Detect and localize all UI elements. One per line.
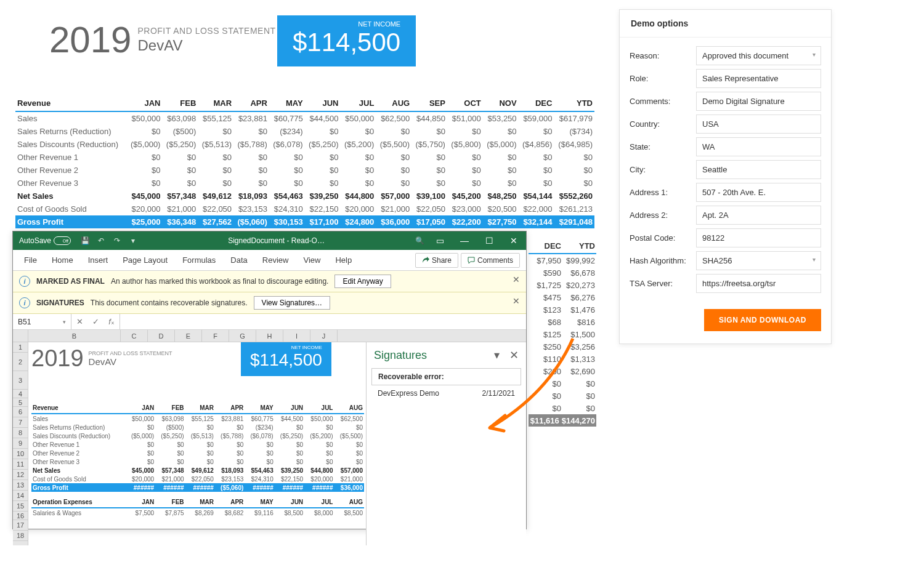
row-header[interactable]: 2 bbox=[13, 353, 28, 371]
field-input[interactable]: USA bbox=[696, 114, 821, 134]
share-button[interactable]: Share bbox=[415, 253, 458, 268]
excel-window: AutoSave Off 💾 ↶ ↷ ▾ SignedDocument - Re… bbox=[12, 231, 527, 529]
report-header: 2019 PROFIT AND LOSS STATEMENT DevAV bbox=[49, 18, 276, 61]
search-icon[interactable]: 🔍 bbox=[415, 235, 424, 246]
row-header[interactable]: 3 bbox=[13, 371, 28, 390]
close-bar-icon[interactable]: ✕ bbox=[513, 296, 520, 306]
demo-field-row: Country:USA bbox=[630, 114, 821, 134]
cancel-icon[interactable]: ✕ bbox=[71, 314, 87, 329]
ribbon-tab[interactable]: Review bbox=[255, 250, 296, 271]
row-header[interactable]: 17 bbox=[13, 520, 28, 531]
field-input[interactable]: Demo Digital Signature bbox=[696, 92, 821, 111]
ribbon-tab[interactable]: Home bbox=[44, 250, 81, 271]
row-header[interactable]: 5 bbox=[13, 398, 28, 407]
field-input[interactable]: Seattle bbox=[696, 160, 821, 179]
ribbon-tab[interactable]: File bbox=[17, 250, 44, 271]
ribbon-tab[interactable]: Page Layout bbox=[115, 250, 175, 271]
redo-icon[interactable]: ↷ bbox=[112, 235, 122, 246]
name-box[interactable]: B51▾ bbox=[13, 314, 71, 329]
row-header[interactable]: 7 bbox=[13, 417, 28, 428]
view-signatures-button[interactable]: View Signatures… bbox=[254, 296, 331, 310]
demo-field-row: Address 2:Apt. 2A bbox=[630, 206, 821, 225]
column-header[interactable]: E bbox=[175, 330, 202, 342]
ribbon-tab[interactable]: Formulas bbox=[175, 250, 223, 271]
field-input[interactable]: SHA256 bbox=[696, 251, 821, 270]
formula-bar: B51▾ ✕ ✓ fₓ bbox=[13, 314, 526, 330]
demo-field-row: City:Seattle bbox=[630, 160, 821, 179]
table-row: Cost of Goods Sold$20,000$21,000$22,050$… bbox=[15, 203, 594, 215]
autosave-toggle[interactable]: Off bbox=[54, 236, 71, 245]
excel-titlebar: AutoSave Off 💾 ↶ ↷ ▾ SignedDocument - Re… bbox=[13, 231, 526, 250]
field-label: City: bbox=[630, 165, 696, 174]
row-header[interactable]: 11 bbox=[13, 459, 28, 470]
row-header[interactable]: 9 bbox=[13, 438, 28, 449]
row-header[interactable]: 12 bbox=[13, 470, 28, 480]
demo-field-row: State:WA bbox=[630, 137, 821, 156]
ribbon-tab[interactable]: Data bbox=[223, 250, 254, 271]
close-icon[interactable]: ✕ bbox=[501, 231, 526, 250]
row-header[interactable]: 16 bbox=[13, 512, 28, 520]
fx-icon[interactable]: fₓ bbox=[103, 314, 120, 329]
field-input[interactable]: WA bbox=[696, 137, 821, 156]
column-headers: BCDEFGHIJ bbox=[28, 330, 526, 342]
demo-options-title: Demo options bbox=[620, 10, 831, 38]
table-row: Other Revenue 3$0$0$0$0$0$0$0$0$0$0$0$0$… bbox=[15, 177, 594, 190]
save-icon[interactable]: 💾 bbox=[80, 235, 90, 246]
qat-dropdown-icon[interactable]: ▾ bbox=[128, 235, 138, 246]
field-input[interactable]: 507 - 20th Ave. E. bbox=[696, 183, 821, 202]
field-input[interactable]: https://freetsa.org/tsr bbox=[696, 274, 821, 293]
row-headers: 123456789101112131415161718 bbox=[13, 342, 28, 545]
row-header[interactable]: 8 bbox=[13, 428, 28, 438]
pane-close-icon[interactable]: ✕ bbox=[509, 348, 519, 362]
undo-icon[interactable]: ↶ bbox=[96, 235, 106, 246]
minimize-icon[interactable]: — bbox=[452, 231, 477, 250]
sheet-revenue-table: RevenueJANFEBMARAPRMAYJUNJULAUGSales$50,… bbox=[31, 403, 364, 517]
ribbon-tab[interactable]: Insert bbox=[81, 250, 116, 271]
field-input[interactable]: Apt. 2A bbox=[696, 206, 821, 225]
table-row: Sales Discounts (Reduction)($5,000)($5,2… bbox=[15, 138, 594, 151]
row-header[interactable]: 14 bbox=[13, 491, 28, 501]
autosave-control[interactable]: AutoSave Off bbox=[13, 236, 77, 245]
column-header[interactable]: I bbox=[283, 330, 310, 342]
field-input[interactable]: 98122 bbox=[696, 228, 821, 247]
edit-anyway-button[interactable]: Edit Anyway bbox=[334, 275, 391, 288]
demo-field-row: Address 1:507 - 20th Ave. E. bbox=[630, 183, 821, 202]
comments-button[interactable]: Comments bbox=[461, 253, 520, 268]
select-all-corner[interactable] bbox=[13, 330, 28, 342]
demo-options-body: Reason:Approved this documentRole:Sales … bbox=[620, 38, 831, 343]
row-header[interactable]: 15 bbox=[13, 501, 28, 512]
row-header[interactable]: 13 bbox=[13, 480, 28, 491]
row-header[interactable]: 10 bbox=[13, 449, 28, 459]
sheet-content[interactable]: 2019 PROFIT AND LOSS STATEMENT DevAV NET… bbox=[28, 342, 366, 545]
signature-entry[interactable]: DevExpress Demo 2/11/2021 bbox=[367, 385, 526, 401]
column-header[interactable]: F bbox=[202, 330, 229, 342]
ribbon-display-icon[interactable]: ▭ bbox=[428, 231, 452, 250]
sheet-net-income-box: NET INCOME $114,500 bbox=[241, 342, 331, 376]
net-income-value: $114,500 bbox=[293, 28, 400, 57]
close-bar-icon[interactable]: ✕ bbox=[513, 275, 520, 284]
window-controls: ▭ — ☐ ✕ bbox=[428, 231, 526, 250]
field-label: Country: bbox=[630, 119, 696, 129]
row-header[interactable]: 4 bbox=[13, 390, 28, 398]
column-header[interactable]: C bbox=[121, 330, 148, 342]
field-input[interactable]: Approved this document bbox=[696, 46, 821, 65]
column-header[interactable]: D bbox=[148, 330, 175, 342]
row-header[interactable]: 6 bbox=[13, 407, 28, 417]
column-header[interactable]: G bbox=[229, 330, 256, 342]
row-header[interactable]: 1 bbox=[13, 342, 28, 353]
table-row: Net Sales$45,000$57,348$49,612$18,093$54… bbox=[15, 190, 594, 203]
enter-icon[interactable]: ✓ bbox=[87, 314, 103, 329]
field-input[interactable]: Sales Representative bbox=[696, 69, 821, 88]
field-label: TSA Server: bbox=[630, 279, 696, 288]
field-label: Hash Algorithm: bbox=[630, 256, 696, 265]
row-header[interactable]: 18 bbox=[13, 531, 28, 541]
ribbon-tab[interactable]: Help bbox=[328, 250, 359, 271]
field-label: State: bbox=[630, 142, 696, 151]
column-header[interactable]: J bbox=[310, 330, 338, 342]
maximize-icon[interactable]: ☐ bbox=[477, 231, 501, 250]
ribbon-tab[interactable]: View bbox=[296, 250, 328, 271]
column-header[interactable]: B bbox=[28, 330, 121, 342]
sign-download-button[interactable]: SIGN AND DOWNLOAD bbox=[704, 309, 821, 331]
column-header[interactable]: H bbox=[256, 330, 283, 342]
pane-options-icon[interactable]: ▾ bbox=[494, 348, 500, 362]
